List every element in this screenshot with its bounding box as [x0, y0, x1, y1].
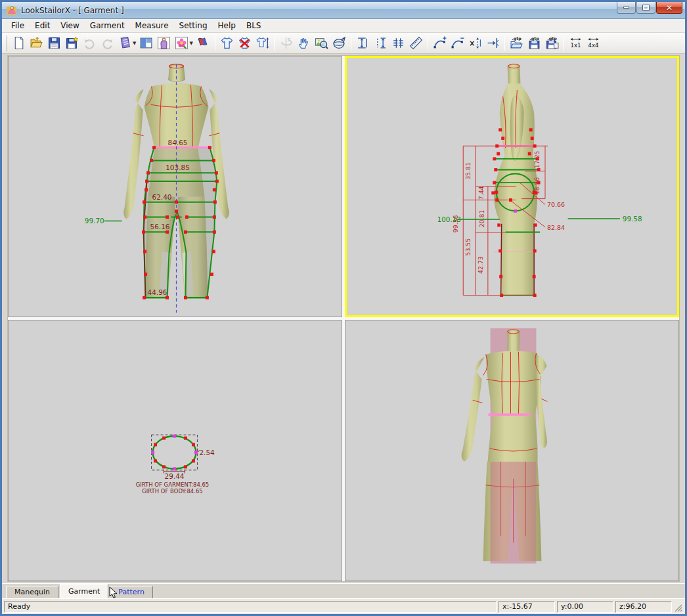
control-point[interactable]: [495, 198, 499, 202]
zoom-view-button[interactable]: [313, 35, 330, 52]
control-point[interactable]: [494, 168, 497, 171]
control-point[interactable]: [531, 137, 534, 140]
open-file-button[interactable]: [28, 35, 45, 52]
control-point[interactable]: [206, 296, 209, 299]
control-point[interactable]: [537, 168, 541, 171]
control-point[interactable]: [162, 465, 166, 468]
close-button[interactable]: ✕: [656, 2, 682, 14]
save-button[interactable]: [45, 35, 63, 52]
control-point[interactable]: [144, 273, 147, 276]
gtp-save-button[interactable]: .gtp: [525, 35, 543, 52]
save-model-button[interactable]: [63, 35, 81, 52]
new-file-button[interactable]: [10, 35, 28, 52]
menu-garment[interactable]: Garment: [85, 20, 130, 32]
control-point[interactable]: [529, 128, 533, 131]
control-point[interactable]: [162, 437, 166, 440]
rotate-3d-button[interactable]: [330, 35, 348, 52]
control-point[interactable]: [528, 152, 531, 156]
viewport-section[interactable]: 29.44 2.54 GIRTH OF GARMENT:84.65 GIRTH …: [8, 320, 342, 581]
control-point[interactable]: [154, 443, 157, 447]
move-point-x-button[interactable]: [466, 35, 484, 52]
menu-measure[interactable]: Measure: [130, 20, 174, 32]
viewport-front[interactable]: 84.65 103.85 62.40 56.16 44.96 99.70: [8, 56, 342, 317]
control-point[interactable]: [154, 459, 157, 462]
control-point[interactable]: [491, 191, 495, 194]
flag-button[interactable]: [194, 35, 212, 52]
control-point[interactable]: [535, 191, 538, 194]
control-point[interactable]: [175, 209, 178, 213]
control-point[interactable]: [143, 200, 146, 204]
control-point[interactable]: [184, 231, 187, 234]
anchor-point[interactable]: [151, 451, 154, 454]
menu-file[interactable]: File: [6, 20, 30, 32]
viewport-perspective[interactable]: [345, 320, 679, 581]
control-point[interactable]: [184, 465, 187, 468]
menu-setting[interactable]: Setting: [174, 20, 213, 32]
restore-button[interactable]: [636, 2, 655, 14]
measure-vertical-button[interactable]: [354, 35, 372, 52]
flower-dropdown-icon[interactable]: ▼: [189, 41, 192, 46]
section-curve[interactable]: [152, 435, 198, 470]
control-point[interactable]: [536, 157, 539, 160]
control-point[interactable]: [185, 215, 188, 219]
menu-view[interactable]: View: [55, 20, 84, 32]
pan-button[interactable]: [295, 35, 313, 52]
ruler-button[interactable]: [407, 35, 425, 52]
flower-button[interactable]: [173, 35, 190, 52]
fit-garment-button[interactable]: [254, 35, 271, 52]
rotate-view-button[interactable]: [277, 35, 295, 52]
control-point[interactable]: [534, 223, 537, 227]
control-point[interactable]: [208, 146, 211, 149]
redo-button[interactable]: [99, 35, 116, 52]
control-point[interactable]: [166, 296, 169, 299]
control-point[interactable]: [215, 171, 218, 175]
control-point[interactable]: [146, 171, 150, 175]
title-bar[interactable]: LookStailorX - [ Garment ] ✕: [2, 2, 685, 19]
control-point[interactable]: [533, 275, 536, 278]
control-point[interactable]: [184, 296, 187, 299]
control-point[interactable]: [152, 146, 156, 149]
anchor-point[interactable]: [514, 209, 517, 213]
control-point[interactable]: [499, 128, 502, 131]
notebook-button[interactable]: [116, 35, 134, 52]
control-point[interactable]: [212, 250, 215, 253]
layout-button[interactable]: [137, 35, 155, 52]
measure-width-button[interactable]: [389, 35, 407, 52]
control-point[interactable]: [213, 200, 217, 204]
anchor-point[interactable]: [173, 467, 176, 470]
control-point[interactable]: [501, 137, 504, 140]
control-point[interactable]: [215, 180, 219, 183]
mannequin-button[interactable]: [155, 35, 173, 52]
delete-garment-button[interactable]: [236, 35, 254, 52]
viewport-side[interactable]: 35.81 7.44 20.81 99.36 53.55 42.73 17.25…: [345, 56, 679, 317]
control-point[interactable]: [493, 157, 496, 160]
control-point[interactable]: [213, 188, 216, 191]
control-point[interactable]: [192, 443, 195, 447]
remove-curve-point-button[interactable]: [449, 35, 466, 52]
control-point[interactable]: [143, 250, 146, 253]
control-point[interactable]: [142, 231, 145, 234]
control-point[interactable]: [497, 152, 500, 156]
control-point[interactable]: [533, 144, 537, 148]
measure-dashed-button[interactable]: [372, 35, 389, 52]
control-point[interactable]: [176, 215, 179, 219]
control-point[interactable]: [166, 231, 169, 234]
control-point[interactable]: [145, 180, 148, 183]
resize-grip[interactable]: [674, 604, 683, 613]
control-point[interactable]: [533, 250, 537, 253]
gtp-open-button[interactable]: .gtp: [508, 35, 525, 52]
toolbar-handle[interactable]: [5, 35, 7, 51]
control-point[interactable]: [497, 223, 500, 227]
control-point[interactable]: [144, 188, 148, 191]
anchor-point[interactable]: [173, 435, 176, 438]
control-point[interactable]: [143, 296, 146, 299]
notebook-dropdown-icon[interactable]: ▼: [133, 41, 136, 46]
control-point[interactable]: [150, 159, 153, 162]
control-point[interactable]: [499, 250, 502, 253]
gtp-save-as-button[interactable]: .gtp: [543, 35, 561, 52]
control-point[interactable]: [175, 200, 178, 204]
control-point[interactable]: [500, 294, 503, 297]
control-point[interactable]: [192, 459, 195, 462]
tab-garment[interactable]: Garment: [60, 584, 108, 598]
anchor-point[interactable]: [194, 451, 198, 454]
